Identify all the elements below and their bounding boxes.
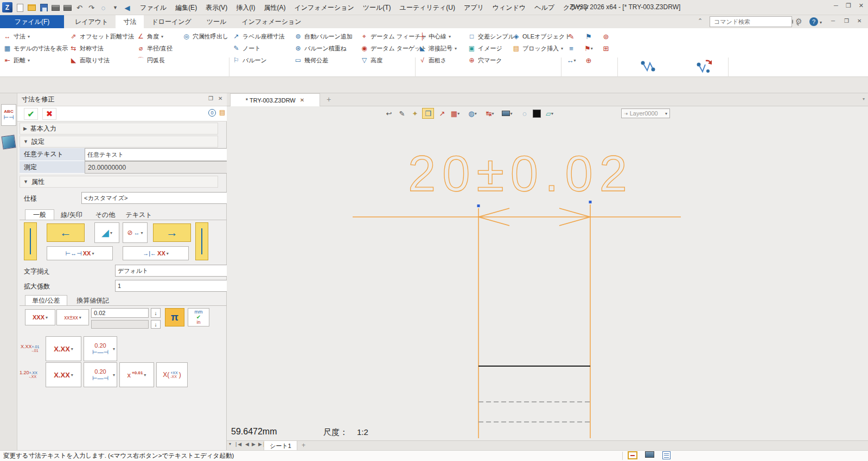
options-page-icon[interactable]: ▤ <box>219 108 225 116</box>
add-sheet-button[interactable]: + <box>302 441 305 449</box>
dim-text-style-right-combo[interactable]: →|←XX▾ <box>123 246 189 260</box>
menu-information[interactable]: インフォメーション <box>290 0 358 15</box>
menu-edit[interactable]: 編集(E) <box>171 0 201 15</box>
tolerance-lower-apply-button[interactable]: ↓ <box>151 320 161 329</box>
balloon-align-button[interactable]: ⊚ <box>599 31 613 42</box>
tab-layout[interactable]: レイアウト <box>67 15 116 28</box>
panel-close-icon[interactable]: ✕ <box>218 95 222 101</box>
tab-close-icon[interactable]: ✕ <box>300 97 304 103</box>
section-settings[interactable]: ▼ 設定 <box>20 136 218 148</box>
tab-dimension[interactable]: 寸法 <box>116 15 144 28</box>
document-tab[interactable]: * TRY-003.Z3DRW ✕ <box>230 93 320 106</box>
ribbon-block-insert[interactable]: ▤ブロック挿入▾ <box>512 42 571 54</box>
tol-b-dim-combo[interactable]: 0.20 ⊢—⊣ ▾ <box>84 362 117 387</box>
ribbon-distance[interactable]: ⇤距離▾ <box>3 54 68 66</box>
dimension-text-edit-button[interactable]: ↔▾ <box>564 55 578 66</box>
scale-factor-input[interactable]: 1 <box>115 280 233 292</box>
pi-button[interactable]: π <box>165 308 184 326</box>
spec-combo[interactable]: <カスタマイズ>▾ <box>81 192 233 204</box>
open-file-button[interactable] <box>27 3 36 12</box>
dimension-text[interactable]: 20±0.02 <box>408 146 634 201</box>
new-file-button[interactable] <box>15 3 24 12</box>
panel-manager-icon[interactable] <box>628 451 637 459</box>
ribbon-weld-symbol[interactable]: ◣溶接記号▾ <box>418 42 457 54</box>
tab-information[interactable]: インフォメーション <box>234 15 309 28</box>
tol-b-paren-button[interactable]: X( +XX-XX ) <box>156 362 188 387</box>
ribbon-symmetry-dim[interactable]: ⇆対称寸法 <box>69 42 134 54</box>
ribbon-elevation[interactable]: ▽高度 <box>360 54 427 66</box>
settings-gear-button[interactable]: ⚙ <box>795 17 802 25</box>
command-search-input[interactable] <box>713 18 792 25</box>
tolerance-upper-input[interactable]: 0.02 <box>91 308 149 318</box>
mm-in-toggle-button[interactable]: mm ✔ in <box>188 308 209 326</box>
ribbon-chamfer-dim[interactable]: ◣面取り寸法 <box>69 54 134 66</box>
qat-customize-button[interactable]: ▼ <box>111 3 120 12</box>
tol-a-format-combo[interactable]: X.XX▾ <box>46 336 81 361</box>
tab-line-arrow[interactable]: 線/矢印 <box>54 209 89 220</box>
menu-view[interactable]: 表示(V) <box>201 0 232 15</box>
tab-tools[interactable]: ツール <box>199 15 234 28</box>
ribbon-hole-callout[interactable]: ◎穴属性呼出し <box>182 30 228 42</box>
minimize-button[interactable]: ─ <box>834 2 838 9</box>
sheet-next-icon[interactable]: ▶ <box>252 441 257 447</box>
print-button[interactable] <box>51 3 60 12</box>
tolerance-format-combo[interactable]: xx±xx▾ <box>56 309 89 325</box>
tolerance-upper-apply-button[interactable]: ↓ <box>151 308 161 318</box>
document-status-icon[interactable] <box>662 451 671 459</box>
ribbon-balloon[interactable]: ⚐バルーン <box>232 54 285 66</box>
sheet-menu-icon[interactable]: ▾ <box>229 441 232 446</box>
menu-tools[interactable]: ツール(T) <box>359 0 395 15</box>
menu-app[interactable]: アプリ <box>459 0 488 15</box>
help-button[interactable]: ? <box>809 17 818 26</box>
ribbon-hole-mark[interactable]: ⊕穴マーク <box>468 54 514 66</box>
tol-b-format-combo[interactable]: X.XX▾ <box>46 362 81 387</box>
ribbon-collapse-icon[interactable]: ⌃ <box>698 17 703 24</box>
drawing-canvas[interactable]: ↩ ✎ ✦ ❒ ↗ ▦▾ ◍▾ ↹▾ ▾ ◌ ▱▾ ◦● Layer0000 ▾… <box>227 106 868 440</box>
cancel-button[interactable]: ✖ <box>42 108 56 120</box>
tab-unit-tolerance[interactable]: 単位/公差 <box>25 295 67 306</box>
dim-text-style-left-combo[interactable]: ⊢↔⊣XX▾ <box>47 246 113 260</box>
view-image-tab[interactable] <box>1 135 16 149</box>
sheet-first-icon[interactable]: |◀ <box>235 441 242 447</box>
monitor-status-icon[interactable] <box>645 451 654 459</box>
tol-a-dim-combo[interactable]: 0.20 ⊢—⊣ ▾ <box>84 336 117 361</box>
ribbon-datum-target[interactable]: ◉データム ターゲット <box>360 42 427 54</box>
tab-text[interactable]: テキスト <box>122 209 156 220</box>
panel-restore-icon[interactable]: ❐ <box>208 95 213 101</box>
ribbon-datum-feature[interactable]: ⌖データム フィーチャ <box>360 30 427 42</box>
ribbon-gtol[interactable]: ▭幾何公差 <box>294 54 353 66</box>
arbitrary-text-combo[interactable]: 任意テキスト▾ <box>85 148 234 161</box>
suppress-dim-button[interactable]: ⊘↔▾ <box>123 222 148 243</box>
tab-general[interactable]: 一般 <box>25 209 54 220</box>
sheet-prev-icon[interactable]: ◀ <box>245 441 250 447</box>
dimension-panel-tab[interactable]: ABC ⊢⊣ <box>1 104 16 126</box>
menu-help[interactable]: ヘルプ <box>530 0 559 15</box>
tab-file[interactable]: ファイル(F) <box>0 15 64 28</box>
diagonal-dim-button[interactable]: ◢▾ <box>94 222 119 243</box>
save-button[interactable] <box>39 3 48 12</box>
text-align-combo[interactable]: デフォルト▾ <box>115 265 233 277</box>
info-badge[interactable]: 0 <box>208 109 216 117</box>
arrow-right-button[interactable]: → <box>153 223 191 242</box>
tab-overflow-icon[interactable]: ▾ <box>863 97 865 101</box>
restore-button[interactable]: ❐ <box>846 2 851 9</box>
grip-point-right[interactable] <box>589 201 592 203</box>
tab-other[interactable]: その他 <box>89 209 122 220</box>
dimension-reattach-button[interactable]: ⚑ <box>582 31 596 42</box>
menu-insert[interactable]: 挿入(I) <box>232 0 259 15</box>
collapse-left-icon[interactable]: ◀ <box>123 3 132 12</box>
menu-utilities[interactable]: ユーティリティ(U) <box>395 0 459 15</box>
grip-point-left[interactable] <box>477 204 480 207</box>
dimension-precision-button[interactable]: ≡ <box>564 43 578 54</box>
ribbon-dimension[interactable]: ↔寸法▾ <box>3 30 68 42</box>
menu-attribute[interactable]: 属性(A) <box>259 0 290 15</box>
ok-button[interactable]: ✔ <box>24 108 38 120</box>
section-attributes[interactable]: ▼ 属性 <box>20 176 218 188</box>
ext-line-left-button[interactable] <box>24 222 37 260</box>
ribbon-label-coordinate-dim[interactable]: ↗ラベル座標寸法 <box>232 30 285 42</box>
tab-dual-dimension[interactable]: 換算値併記 <box>71 295 115 306</box>
tab-drawing[interactable]: ドローイング <box>144 15 199 28</box>
dimension-grid-button[interactable]: ⊞ <box>599 43 613 54</box>
ribbon-offset-distance-dim[interactable]: ⇗オフセット距離寸法 <box>69 30 134 42</box>
close-button[interactable]: ✕ <box>859 2 864 9</box>
